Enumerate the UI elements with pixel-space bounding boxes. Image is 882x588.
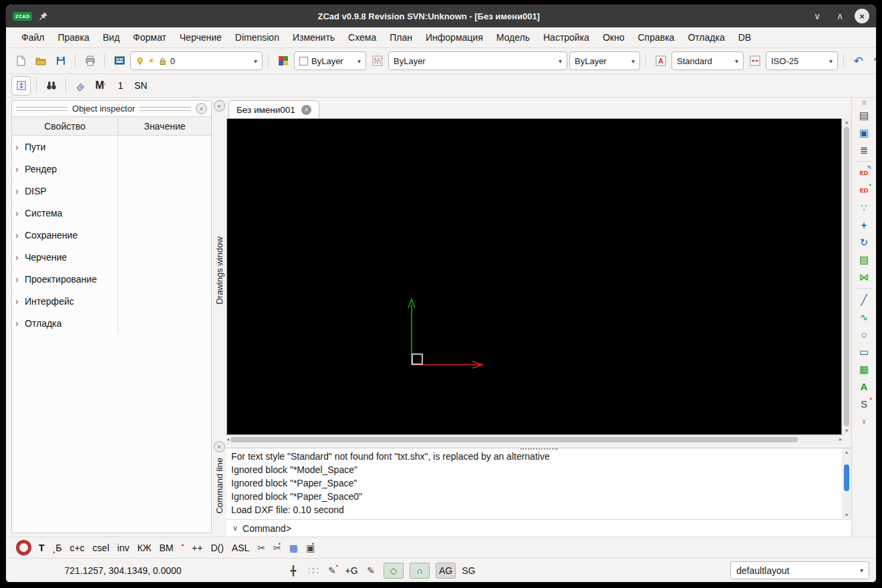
inspector-row-drawing[interactable]: ›Черчение [12, 246, 211, 268]
expand-chevron-icon[interactable]: › [15, 252, 22, 263]
eraser-icon[interactable] [71, 77, 90, 95]
scrollbar-thumb[interactable] [231, 437, 798, 442]
rectangle-tool-icon[interactable]: ▭ [855, 343, 873, 360]
sn-toggle[interactable]: SN [132, 77, 150, 95]
doc-properties-icon[interactable]: ≣ [855, 142, 873, 158]
save-block-icon[interactable]: ▣ [855, 124, 873, 141]
menu-model[interactable]: Модель [490, 29, 536, 45]
redo-button[interactable]: ↷ [869, 52, 877, 70]
grid-blocks-icon[interactable]: ▦ [289, 543, 298, 553]
rail-overflow-icon[interactable]: ∨ [855, 413, 873, 430]
menu-debug[interactable]: Отладка [682, 29, 730, 45]
canvas-vertical-scrollbar[interactable]: ▴ ▾ [842, 118, 851, 435]
title-bar[interactable]: ZCAD ZCad v0.9.8 Revision SVN:Unknown - … [6, 5, 876, 27]
pin-icon[interactable] [39, 11, 48, 21]
asl-button[interactable]: ASL [232, 543, 249, 553]
ag-toggle[interactable]: AG [436, 563, 456, 579]
close-icon[interactable]: × [196, 103, 207, 114]
close-icon[interactable]: × [214, 441, 225, 452]
spline-tool-icon[interactable]: S• [855, 396, 873, 412]
vm-button[interactable]: ВМ [160, 543, 174, 553]
print-button[interactable] [81, 52, 99, 70]
command-messages[interactable]: For text style "Standard" not found font… [227, 448, 842, 519]
menu-schema[interactable]: Схема [342, 29, 382, 45]
plus-plus-button[interactable]: ++ [192, 543, 202, 553]
drawings-window-strip[interactable]: × Drawings window [212, 100, 227, 441]
scrollbar-thumb[interactable] [844, 127, 849, 426]
menu-file[interactable]: Файл [15, 29, 50, 45]
osnap-magnet-icon[interactable]: ∩ [410, 563, 430, 579]
expand-chevron-icon[interactable]: › [15, 164, 22, 174]
menu-dimension[interactable]: Dimension [229, 29, 285, 45]
textstyle-combo[interactable]: Standard ▾ [672, 51, 744, 70]
canvas-horizontal-scrollbar[interactable]: ◂ ▸ [227, 435, 842, 444]
maximize-button[interactable]: ∧ [832, 8, 848, 24]
osnap-node-icon[interactable]: ◇ [384, 563, 404, 579]
linetype-combo[interactable]: ByLayer ▾ [388, 51, 567, 70]
block-button[interactable]: ¸Б [53, 543, 62, 553]
expand-chevron-icon[interactable]: › [15, 296, 22, 307]
block-insert-icon[interactable]: ▣• [306, 543, 315, 553]
command-scrollbar[interactable]: ▴ ▾ [842, 448, 851, 519]
snap-grid-icon[interactable]: ╋ [287, 563, 300, 578]
command-line-strip[interactable]: × Command line [212, 441, 227, 533]
inspector-row-paths[interactable]: ›Пути [12, 136, 211, 158]
inspector-row-system[interactable]: ›Система [12, 202, 211, 224]
expand-chevron-icon[interactable]: › [15, 274, 22, 285]
scroll-down-icon[interactable]: ▾ [845, 427, 848, 435]
inspector-row-disp[interactable]: ›DISP [12, 180, 211, 202]
close-icon[interactable]: × [214, 100, 225, 112]
object-inspector-header[interactable]: Object inspector × [12, 101, 211, 116]
inspector-row-debug[interactable]: ›Отладка [12, 312, 211, 334]
scissors-icon[interactable]: ✂ [257, 543, 265, 553]
polyline-tool-icon[interactable]: ∿ [855, 309, 873, 325]
drag-handle[interactable] [16, 107, 67, 111]
linetype-dialog-icon[interactable] [368, 52, 386, 70]
d-function-button[interactable]: D() [210, 543, 223, 553]
invert-selection-button[interactable]: inv [118, 543, 130, 553]
color-combo[interactable]: ByLayer ▾ [294, 51, 366, 70]
close-button[interactable]: × [855, 9, 869, 23]
csel-button[interactable]: csel [93, 543, 110, 553]
layout-combo[interactable]: defaultlayout ▾ [730, 561, 869, 579]
expand-chevron-icon[interactable]: › [15, 208, 22, 218]
scroll-down-icon[interactable]: ▾ [845, 511, 848, 519]
color-dialog-icon[interactable] [274, 52, 292, 70]
inspector-row-design[interactable]: ›Проектирование [12, 268, 211, 290]
layer-combo[interactable]: ☀ 0 ▾ [130, 51, 263, 70]
menu-window[interactable]: Окно [597, 29, 631, 45]
menu-draw[interactable]: Черчение [174, 29, 228, 45]
drawing-canvas[interactable] [227, 118, 842, 435]
sg-toggle[interactable]: SG [462, 563, 475, 578]
kzh-button[interactable]: КЖ [137, 543, 151, 553]
copy-coords-button[interactable]: c+c [69, 543, 84, 553]
layers-dialog-icon[interactable] [110, 52, 128, 70]
dimstyle-combo[interactable]: ISO-25 ▾ [766, 51, 838, 70]
rotate-icon[interactable]: ↻ [855, 234, 873, 251]
mirror-icon[interactable]: ⋈ [855, 269, 873, 285]
expand-chevron-icon[interactable]: ∨ [233, 524, 238, 533]
resize-grip[interactable] [521, 448, 558, 450]
text-tool-icon[interactable]: A [855, 378, 873, 395]
nodes-icon[interactable]: ∵ [855, 199, 873, 216]
textstyle-dialog-icon[interactable]: A [651, 52, 670, 70]
inspector-row-render[interactable]: ›Рендер [12, 158, 211, 180]
draw-mode-icon[interactable]: ✎• [325, 563, 339, 578]
drag-handle[interactable] [140, 107, 191, 111]
scroll-right-icon[interactable]: ▸ [839, 436, 842, 444]
drag-handle[interactable]: ≡ [861, 100, 866, 106]
scrollbar-thumb[interactable] [844, 464, 849, 491]
circle-tool-icon[interactable]: ○ [855, 326, 873, 343]
save-button[interactable] [51, 52, 69, 70]
scroll-up-icon[interactable]: ▴ [845, 448, 848, 456]
menu-db[interactable]: DB [732, 29, 757, 45]
measure-icon[interactable]: M˚ [92, 77, 110, 95]
move-icon[interactable]: + [855, 216, 873, 233]
donut-icon[interactable] [17, 541, 31, 555]
open-file-button[interactable] [31, 52, 49, 70]
grid-dots-icon[interactable]: ∷∷ [306, 563, 319, 578]
find-icon[interactable] [42, 77, 60, 95]
lineweight-combo[interactable]: ByLayer ▾ [569, 51, 640, 70]
grid-toggle[interactable]: +G [345, 563, 358, 578]
export-doc-icon[interactable]: ▤ [855, 107, 873, 124]
